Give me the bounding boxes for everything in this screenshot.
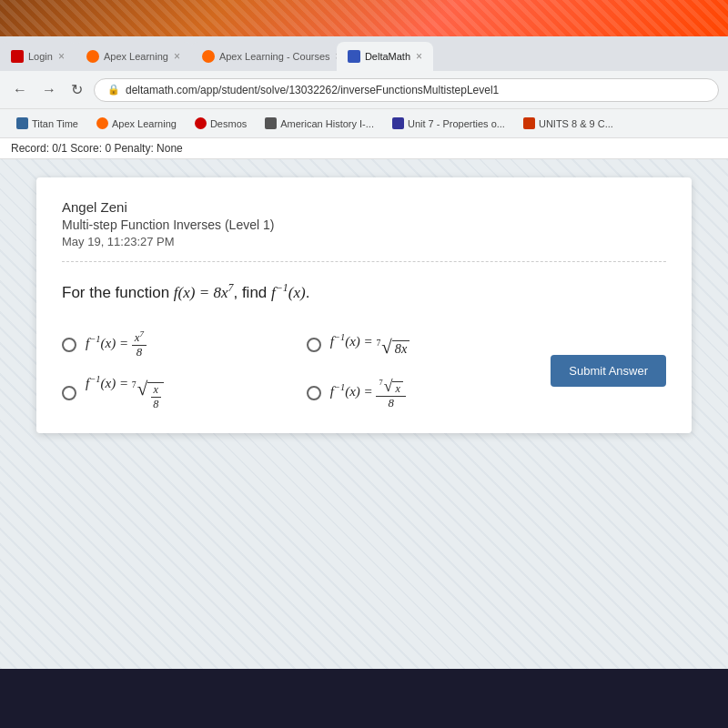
tab-favicon-deltamath <box>348 50 360 63</box>
bookmark-label-units89: UNITS 8 & 9 C... <box>539 118 613 129</box>
address-bar: ← → ↻ 🔒 deltamath.com/app/student/solve/… <box>0 71 728 109</box>
choice-d-row: f−1(x) = 7 √ x 8 <box>307 375 533 410</box>
tab-close-apex1[interactable]: × <box>174 50 180 63</box>
radio-b[interactable] <box>307 338 321 352</box>
radio-a[interactable] <box>62 338 76 352</box>
submit-button[interactable]: Submit Answer <box>551 355 666 387</box>
bookmark-favicon-titan <box>16 117 28 129</box>
tab-close-login[interactable]: × <box>58 50 65 63</box>
tab-label-apex2: Apex Learning - Courses <box>219 51 330 62</box>
bookmark-favicon-desmos <box>195 117 207 129</box>
function-expression: f(x) = 8x7 <box>174 284 234 301</box>
tab-bar: Login × Apex Learning × Apex Learning - … <box>0 36 728 71</box>
tab-favicon-login <box>11 50 24 63</box>
tab-label-apex1: Apex Learning <box>104 51 168 62</box>
bookmark-unit7[interactable]: Unit 7 - Properties o... <box>385 115 512 132</box>
bookmark-label-apex: Apex Learning <box>112 118 177 129</box>
browser-chrome: Login × Apex Learning × Apex Learning - … <box>0 36 728 669</box>
decorative-top-bar <box>0 0 728 36</box>
timestamp: May 19, 11:23:27 PM <box>62 235 666 248</box>
choice-a-math: f−1(x) = x7 8 <box>86 329 147 359</box>
submit-area: Submit Answer <box>551 355 666 387</box>
bookmark-desmos[interactable]: Desmos <box>187 115 254 132</box>
tab-apex1[interactable]: Apex Learning × <box>76 42 191 71</box>
choice-c-row: f−1(x) = 7 √ x 8 <box>62 374 288 411</box>
problem-card: Angel Zeni Multi-step Function Inverses … <box>36 177 692 433</box>
back-button[interactable]: ← <box>9 80 31 100</box>
student-name: Angel Zeni <box>62 199 666 215</box>
bookmark-titan-time[interactable]: Titan Time <box>9 115 86 132</box>
bookmark-label-titan: Titan Time <box>32 118 78 129</box>
tab-label-deltamath: DeltaMath <box>365 51 410 62</box>
bookmark-apex[interactable]: Apex Learning <box>89 115 184 132</box>
bookmark-favicon-history <box>265 117 277 129</box>
tab-deltamath[interactable]: DeltaMath × <box>337 42 433 71</box>
forward-button[interactable]: → <box>38 80 60 100</box>
bookmarks-bar: Titan Time Apex Learning Desmos American… <box>0 109 728 138</box>
tab-login[interactable]: Login × <box>0 42 76 71</box>
student-info: Angel Zeni Multi-step Function Inverses … <box>62 199 666 248</box>
tab-favicon-apex2 <box>202 50 215 63</box>
record-text: Record: 0/1 Score: 0 Penalty: None <box>11 142 183 155</box>
assignment-name: Multi-step Function Inverses (Level 1) <box>62 217 666 232</box>
choice-d-math: f−1(x) = 7 √ x 8 <box>330 375 406 410</box>
tab-close-deltamath[interactable]: × <box>416 50 422 63</box>
inverse-notation: f−1(x) <box>271 284 306 301</box>
record-bar: Record: 0/1 Score: 0 Penalty: None <box>0 138 728 159</box>
choice-c-math: f−1(x) = 7 √ x 8 <box>86 374 164 411</box>
bookmark-american-history[interactable]: American History I-... <box>258 115 381 132</box>
bookmark-label-unit7: Unit 7 - Properties o... <box>408 118 505 129</box>
tab-favicon-apex1 <box>86 50 99 63</box>
choice-a-row: f−1(x) = x7 8 <box>62 329 288 359</box>
choice-b-row: f−1(x) = 7 √ 8x <box>307 332 533 357</box>
bookmark-favicon-units89 <box>523 117 535 129</box>
content-area: Angel Zeni Multi-step Function Inverses … <box>0 159 728 669</box>
bookmark-units89[interactable]: UNITS 8 & 9 C... <box>516 115 621 132</box>
bookmark-label-history: American History I-... <box>280 118 374 129</box>
radio-d[interactable] <box>307 386 321 400</box>
question-text: For the function f(x) = 8x7, find f−1(x)… <box>62 280 666 304</box>
choices-grid: f−1(x) = x7 8 f−1(x) = 7 √ <box>62 329 666 411</box>
lock-icon: 🔒 <box>107 84 120 96</box>
tab-label-login: Login <box>28 51 53 62</box>
url-input[interactable]: 🔒 deltamath.com/app/student/solve/130322… <box>94 78 719 102</box>
divider <box>62 261 666 262</box>
choice-b-math: f−1(x) = 7 √ 8x <box>330 332 410 357</box>
tab-apex2[interactable]: Apex Learning - Courses × <box>191 42 337 71</box>
bookmark-label-desmos: Desmos <box>210 118 247 129</box>
reload-button[interactable]: ↻ <box>67 79 86 100</box>
bookmark-favicon-apex <box>96 117 108 129</box>
url-text: deltamath.com/app/student/solve/13032262… <box>126 84 499 96</box>
bookmark-favicon-unit7 <box>392 117 404 129</box>
radio-c[interactable] <box>62 386 76 400</box>
